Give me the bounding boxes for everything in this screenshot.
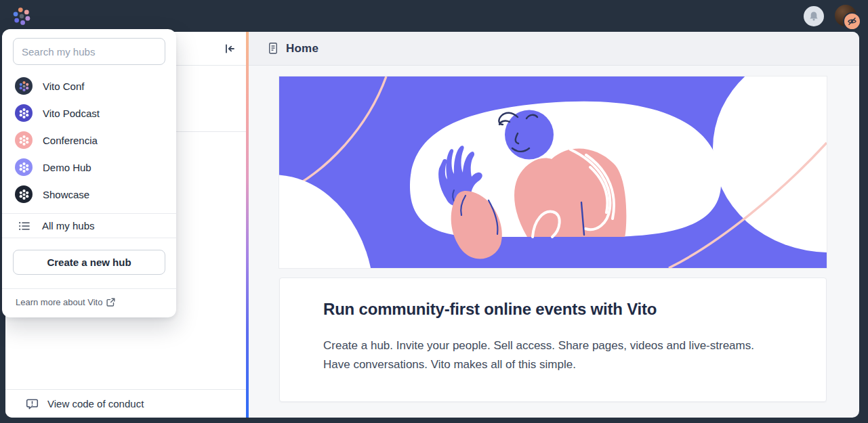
hero-illustration <box>279 76 827 268</box>
hub-switcher-popover: Vito Conf Vito Podcast Conferencia <box>2 29 176 317</box>
search-hubs-input[interactable] <box>13 38 165 65</box>
hub-avatar <box>15 185 33 203</box>
all-my-hubs-item[interactable]: All my hubs <box>2 214 176 238</box>
eye-off-icon <box>847 16 857 26</box>
hub-name: Vito Conf <box>43 81 84 92</box>
hub-dots-multicolor <box>18 81 30 92</box>
chat-bubble-icon <box>26 398 39 410</box>
page-content: Run community-first online events with V… <box>249 66 859 418</box>
external-link-icon <box>106 298 115 307</box>
hub-item-conferencia[interactable]: Conferencia <box>2 127 176 154</box>
list-icon <box>18 221 30 231</box>
bell-icon <box>808 11 819 22</box>
hub-avatar <box>15 131 33 149</box>
hub-name: Conferencia <box>43 135 98 146</box>
page-header: Home <box>249 32 859 66</box>
hub-dots <box>18 162 30 173</box>
hub-name: Demo Hub <box>43 162 91 173</box>
hub-item-demo-hub[interactable]: Demo Hub <box>2 154 176 181</box>
hub-dots <box>18 189 30 200</box>
hub-item-vito-conf[interactable]: Vito Conf <box>2 72 176 99</box>
hub-dots <box>18 108 30 119</box>
topbar-actions <box>804 4 859 28</box>
topbar <box>0 0 868 32</box>
file-text-icon <box>268 42 278 55</box>
presence-badge <box>843 12 861 30</box>
learn-more-link[interactable]: Learn more about Vito <box>2 289 176 317</box>
code-of-conduct-link[interactable]: View code of conduct <box>5 389 246 418</box>
user-avatar-button[interactable] <box>835 4 859 28</box>
create-hub-button[interactable]: Create a new hub <box>13 250 165 275</box>
hub-avatar <box>15 104 33 122</box>
hub-item-showcase[interactable]: Showcase <box>2 181 176 208</box>
vito-logo-icon[interactable] <box>11 5 33 27</box>
hub-item-vito-podcast[interactable]: Vito Podcast <box>2 99 176 127</box>
logo-dots <box>12 6 32 26</box>
hub-dots <box>18 135 30 146</box>
hub-name: Vito Podcast <box>43 108 100 119</box>
all-my-hubs-label: All my hubs <box>42 220 95 231</box>
page-title: Home <box>286 42 318 55</box>
vito-app: { "brand": { "accent_purple": "#6b6bf1",… <box>0 0 868 423</box>
hub-avatar <box>15 158 33 176</box>
code-of-conduct-label: View code of conduct <box>47 398 144 409</box>
popover-divider <box>2 238 176 238</box>
hub-name: Showcase <box>43 189 89 200</box>
hub-avatar <box>15 77 33 95</box>
collapse-sidebar-icon <box>224 43 236 55</box>
intro-body: Create a hub. Invite your people. Sell a… <box>323 336 779 374</box>
intro-card: Run community-first online events with V… <box>279 277 827 402</box>
main-area: Home <box>249 32 859 418</box>
learn-more-label: Learn more about Vito <box>16 297 102 307</box>
intro-heading: Run community-first online events with V… <box>323 300 783 319</box>
notifications-button[interactable] <box>804 6 824 26</box>
hub-list: Vito Conf Vito Podcast Conferencia <box>2 72 176 208</box>
collapse-sidebar-button[interactable] <box>220 39 240 59</box>
